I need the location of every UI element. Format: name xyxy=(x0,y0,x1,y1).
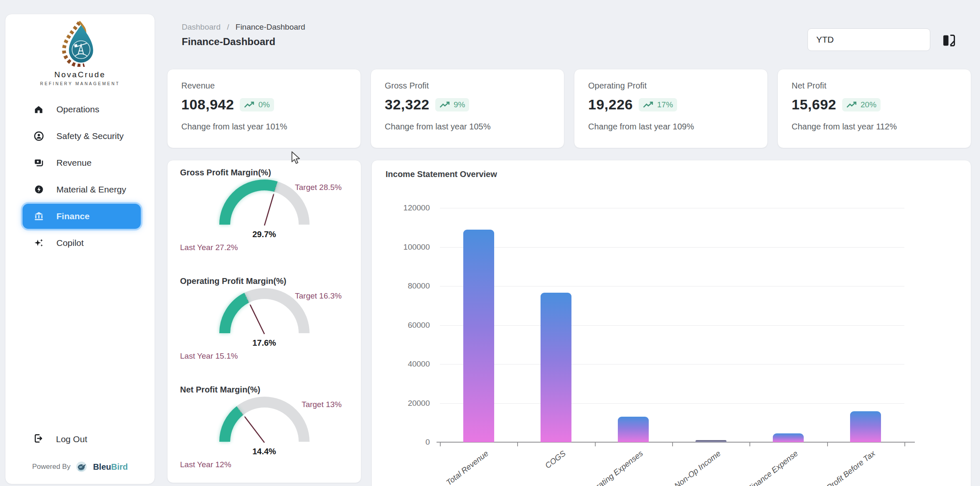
sidebar-item-label: Copilot xyxy=(56,238,84,248)
sidebar-item-label: Operations xyxy=(56,104,99,114)
sidebar-menu: Operations Safety & Security Revenue Mat… xyxy=(5,95,155,257)
sidebar-item-safety-security[interactable]: Safety & Security xyxy=(23,124,141,149)
x-axis-tickmark xyxy=(517,443,518,446)
brand-tagline: REFINERY MANAGEMENT xyxy=(5,81,155,86)
breadcrumb-current: Finance-Dashboard xyxy=(236,23,305,31)
sidebar-item-material-energy[interactable]: Material & Energy xyxy=(23,177,141,202)
gauge-gross-profit-margin: Gross Profit Margin(%) Target 28.5% 29.7… xyxy=(168,163,361,271)
income-statement-panel: Income Statement Overview 02000040000600… xyxy=(371,160,971,486)
sidebar-item-revenue[interactable]: Revenue xyxy=(23,150,141,175)
kpi-trend-badge: 0% xyxy=(240,98,274,111)
sidebar-item-label: Revenue xyxy=(56,158,91,168)
sidebar-item-label: Material & Energy xyxy=(56,185,126,195)
brand-name: NovaCrude xyxy=(5,70,155,79)
kpi-value: 108,942 xyxy=(181,96,234,113)
home-icon xyxy=(33,104,44,115)
gauge-target-label: Target 13% xyxy=(302,400,342,409)
gridline xyxy=(440,403,904,404)
gauge-lastyear-label: Last Year 12% xyxy=(180,460,231,469)
bank-icon xyxy=(33,211,44,222)
x-axis-label: Non-Op Income xyxy=(673,449,722,486)
sidebar-item-copilot[interactable]: Copilot xyxy=(23,230,141,256)
x-axis-tickmark xyxy=(440,443,441,446)
kpi-card-net-profit: Net Profit 15,692 20% Change from last y… xyxy=(777,69,971,148)
y-axis-tick-label: 80000 xyxy=(380,281,430,291)
x-axis-tickmark xyxy=(672,443,673,446)
gridline xyxy=(440,208,904,208)
x-axis-label: COGS xyxy=(543,449,568,471)
banknotes-icon xyxy=(33,157,44,169)
kpi-trend-badge: 20% xyxy=(842,98,881,111)
panel-toggle-button[interactable] xyxy=(941,32,957,49)
brand-bleu: Bleu xyxy=(93,462,111,471)
gauge-lastyear-label: Last Year 15.1% xyxy=(180,352,238,361)
logout-label: Log Out xyxy=(56,434,87,444)
x-axis-label: Finance Expense xyxy=(746,449,800,486)
gauge-arc xyxy=(216,395,312,447)
breadcrumb-separator: / xyxy=(227,23,229,31)
trending-up-icon xyxy=(244,101,255,109)
gauge-title: Net Profit Margin(%) xyxy=(180,385,260,395)
kpi-change-text: Change from last year 101% xyxy=(181,122,347,132)
powered-by: Powered By BleuBird xyxy=(5,461,155,473)
y-axis-tick-label: 20000 xyxy=(380,399,430,408)
sidebar-item-finance[interactable]: Finance xyxy=(23,204,141,229)
bar-net-profit-before-tax xyxy=(850,411,881,442)
kpi-card-revenue: Revenue 108,942 0% Change from last year… xyxy=(167,69,361,148)
bar-non-op-income xyxy=(696,440,726,442)
y-axis-tick-label: 60000 xyxy=(380,321,430,330)
gauge-value-label: 14.4% xyxy=(168,447,361,456)
kpi-delta: 0% xyxy=(258,100,269,109)
kpi-value: 19,226 xyxy=(588,96,633,113)
page-title: Finance-Dashboard xyxy=(182,36,275,48)
sidebar-item-operations[interactable]: Operations xyxy=(23,97,141,122)
sidebar-bottom: Log Out Powered By BleuBird xyxy=(5,429,155,484)
period-select[interactable]: YTD xyxy=(807,28,930,51)
panel-toggle-icon xyxy=(942,33,957,48)
x-axis-label: Net Profit Before Tax xyxy=(814,449,877,486)
y-axis-tick-label: 100000 xyxy=(380,243,430,252)
y-axis-tick-label: 40000 xyxy=(380,359,430,369)
kpi-change-text: Change from last year 109% xyxy=(588,122,754,132)
person-circle-icon xyxy=(33,131,44,142)
bar-total-revenue xyxy=(463,230,494,442)
trending-up-icon xyxy=(439,101,450,109)
sidebar-item-label: Finance xyxy=(56,211,89,221)
kpi-label: Gross Profit xyxy=(385,81,550,91)
breadcrumb-dashboard[interactable]: Dashboard xyxy=(182,23,221,31)
novacrude-logo-icon xyxy=(60,20,100,67)
gridline xyxy=(440,364,904,364)
powered-by-label: Powered By xyxy=(32,463,71,471)
bar-cogs xyxy=(541,293,571,442)
breadcrumb: Dashboard / Finance-Dashboard xyxy=(182,23,305,32)
gauge-title: Operating Profit Margin(%) xyxy=(180,276,286,286)
kpi-label: Revenue xyxy=(181,81,347,91)
brand-bird: Bird xyxy=(111,462,128,471)
x-axis-tickmark xyxy=(749,443,750,446)
kpi-trend-badge: 9% xyxy=(435,98,469,111)
margin-gauges-panel: Gross Profit Margin(%) Target 28.5% 29.7… xyxy=(167,160,361,483)
gridline xyxy=(440,286,904,286)
kpi-label: Operating Profit xyxy=(588,81,754,91)
page: { "brand": { "name": "NovaCrude", "tagli… xyxy=(0,0,980,486)
kpi-card-operating-profit: Operating Profit 19,226 17% Change from … xyxy=(574,69,768,148)
period-value: YTD xyxy=(816,35,834,45)
gauge-title: Gross Profit Margin(%) xyxy=(180,168,271,177)
gauge-operating-profit-margin: Operating Profit Margin(%) Target 16.3% … xyxy=(168,271,361,380)
logout-button[interactable]: Log Out xyxy=(23,429,141,450)
y-axis-tick-label: 0 xyxy=(380,438,430,447)
kpi-value: 32,322 xyxy=(385,96,429,113)
kpi-delta: 20% xyxy=(861,100,876,109)
bleubird-logo-icon xyxy=(74,461,89,473)
y-axis-tick-label: 120000 xyxy=(380,203,430,213)
kpi-label: Net Profit xyxy=(792,81,957,91)
gauge-value-label: 29.7% xyxy=(168,230,361,239)
logout-icon xyxy=(33,433,44,446)
kpi-card-gross-profit: Gross Profit 32,322 9% Change from last … xyxy=(371,69,564,148)
bar-operating-expenses xyxy=(618,417,649,442)
kpi-row: Revenue 108,942 0% Change from last year… xyxy=(167,69,971,148)
bar-chart: 020000400006000080000100000120000Total R… xyxy=(372,160,971,486)
x-axis-label: Total Revenue xyxy=(444,449,490,486)
leaf-bolt-icon xyxy=(33,184,44,195)
gridline xyxy=(440,247,904,248)
